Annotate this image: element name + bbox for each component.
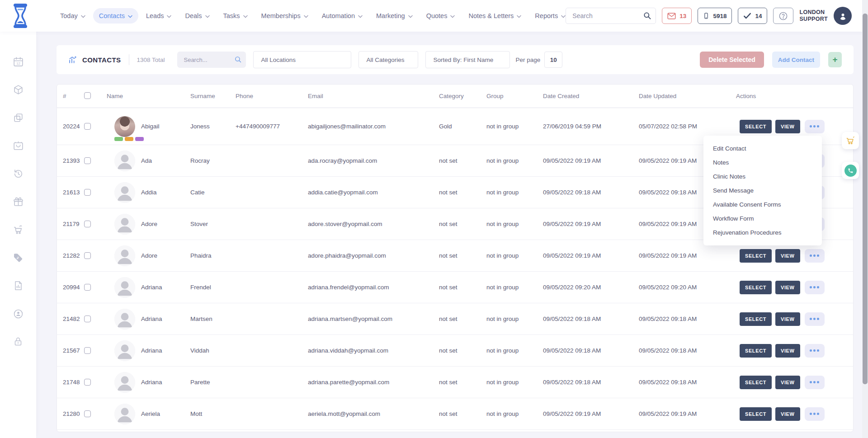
contact-surname: Viddah	[190, 347, 209, 354]
delete-selected-button[interactable]: Delete Selected	[700, 52, 764, 68]
messages-badge[interactable]: 13	[662, 8, 692, 24]
nav-item-deals[interactable]: Deals	[179, 8, 215, 24]
view-button[interactable]: VIEW	[775, 120, 800, 133]
view-button[interactable]: VIEW	[775, 249, 800, 263]
nav-item-automation[interactable]: Automation	[316, 8, 368, 24]
view-button[interactable]: VIEW	[775, 376, 800, 389]
row-checkbox[interactable]	[84, 252, 91, 259]
view-button[interactable]: VIEW	[775, 312, 800, 326]
select-button[interactable]: SELECT	[740, 344, 772, 358]
quick-add-button[interactable]: +	[828, 52, 842, 67]
search-icon[interactable]	[643, 11, 651, 22]
app-logo[interactable]	[10, 3, 33, 29]
view-button[interactable]: VIEW	[775, 344, 800, 358]
select-all-checkbox[interactable]	[84, 92, 91, 99]
sidebar-item-cart[interactable]	[0, 219, 36, 240]
cell-group: not in group	[486, 316, 543, 322]
menu-item-available-consent-forms[interactable]: Available Consent Forms	[703, 198, 822, 212]
help-badge[interactable]	[773, 8, 793, 24]
calls-badge[interactable]: 5918	[698, 8, 732, 24]
total-count: 1308 Total	[137, 57, 165, 63]
person-icon	[838, 11, 848, 21]
call-button[interactable]	[842, 162, 859, 179]
nav-item-today[interactable]: Today	[54, 8, 91, 24]
row-checkbox[interactable]	[84, 410, 91, 417]
sidebar-item-account-sync[interactable]	[0, 303, 36, 325]
nav-item-reports[interactable]: Reports	[529, 8, 571, 24]
row-checkbox[interactable]	[84, 221, 91, 227]
menu-item-workflow-form[interactable]: Workflow Form	[703, 212, 822, 226]
row-checkbox[interactable]	[84, 123, 91, 130]
category-filter[interactable]: All Categories	[359, 51, 418, 68]
cell-date-created: 09/05/2022 09:18 AM	[543, 347, 639, 354]
nav-item-leads[interactable]: Leads	[140, 8, 178, 24]
user-avatar[interactable]	[834, 7, 852, 25]
chevron-down-icon	[561, 15, 566, 18]
sidebar-item-history[interactable]	[0, 163, 36, 184]
contact-email: adriana.frendel@yopmail.com	[308, 284, 389, 291]
select-button[interactable]: SELECT	[740, 281, 772, 294]
sidebar-item-report[interactable]	[0, 275, 36, 297]
user-name-line1: LONDON	[799, 9, 825, 16]
avatar	[114, 182, 135, 203]
view-button[interactable]: VIEW	[775, 281, 800, 294]
more-actions-button[interactable]	[805, 376, 825, 389]
header-checkbox-cell	[84, 92, 107, 100]
cell-surname: Frendel	[190, 284, 236, 291]
sidebar-item-lock[interactable]	[0, 331, 36, 353]
row-checkbox[interactable]	[84, 379, 91, 386]
avatar	[114, 151, 135, 171]
row-checkbox[interactable]	[84, 284, 91, 291]
select-button[interactable]: SELECT	[740, 120, 772, 133]
global-search-input[interactable]	[566, 8, 656, 24]
tasks-badge[interactable]: 14	[738, 8, 767, 24]
cell-name: Adriana	[107, 272, 190, 303]
more-actions-button[interactable]	[805, 312, 825, 326]
tag-chip	[135, 137, 144, 141]
select-button[interactable]: SELECT	[740, 376, 772, 389]
cell-name: Adore	[107, 240, 190, 271]
sidebar-item-pages[interactable]	[0, 107, 36, 128]
nav-item-marketing[interactable]: Marketing	[370, 8, 419, 24]
view-button[interactable]: VIEW	[775, 407, 800, 421]
nav-item-contacts[interactable]: Contacts	[93, 8, 138, 24]
location-filter[interactable]: All Locations	[253, 51, 351, 68]
menu-item-rejuvenation-procedures[interactable]: Rejuvenation Procedures	[703, 226, 822, 240]
sidebar-item-price-tag[interactable]: $	[0, 247, 36, 268]
select-button[interactable]: SELECT	[740, 312, 772, 326]
select-button[interactable]: SELECT	[740, 407, 772, 421]
sidebar-item-package[interactable]	[0, 79, 36, 100]
add-contact-button[interactable]: Add Contact	[772, 52, 820, 68]
menu-item-edit-contact[interactable]: Edit Contact	[703, 141, 822, 155]
nav-item-notes-letters[interactable]: Notes & Letters	[462, 8, 527, 24]
row-checkbox[interactable]	[84, 157, 91, 164]
contacts-search-icon[interactable]	[234, 56, 242, 65]
more-actions-button[interactable]	[805, 120, 825, 133]
chevron-down-icon	[408, 15, 413, 18]
row-checkbox[interactable]	[84, 189, 91, 196]
sidebar-item-calendar[interactable]: 12	[0, 51, 36, 72]
cart-button[interactable]	[842, 132, 859, 149]
menu-item-send-message[interactable]: Send Message	[703, 184, 822, 198]
nav-item-tasks[interactable]: Tasks	[217, 8, 254, 24]
contact-group: not in group	[486, 410, 519, 417]
select-button[interactable]: SELECT	[740, 249, 772, 263]
sidebar-item-gift[interactable]	[0, 191, 36, 212]
more-actions-button[interactable]	[805, 344, 825, 358]
cell-category: not set	[439, 157, 486, 164]
nav-item-quotes[interactable]: Quotes	[420, 8, 461, 24]
cell-checkbox	[84, 347, 107, 354]
sidebar-item-booking[interactable]	[0, 135, 36, 156]
per-page-value[interactable]: 10	[544, 52, 562, 68]
more-actions-button[interactable]	[805, 281, 825, 294]
row-checkbox[interactable]	[84, 347, 91, 354]
menu-item-clinic-notes[interactable]: Clinic Notes	[703, 170, 822, 184]
tag-chip	[114, 137, 123, 141]
nav-item-memberships[interactable]: Memberships	[255, 8, 314, 24]
scrollbar-thumb[interactable]	[863, 14, 868, 384]
row-checkbox[interactable]	[84, 316, 91, 322]
more-actions-button[interactable]	[805, 249, 825, 263]
more-actions-button[interactable]	[805, 407, 825, 421]
sort-filter[interactable]: Sorted By: First Name	[425, 51, 510, 68]
menu-item-notes[interactable]: Notes	[703, 155, 822, 170]
